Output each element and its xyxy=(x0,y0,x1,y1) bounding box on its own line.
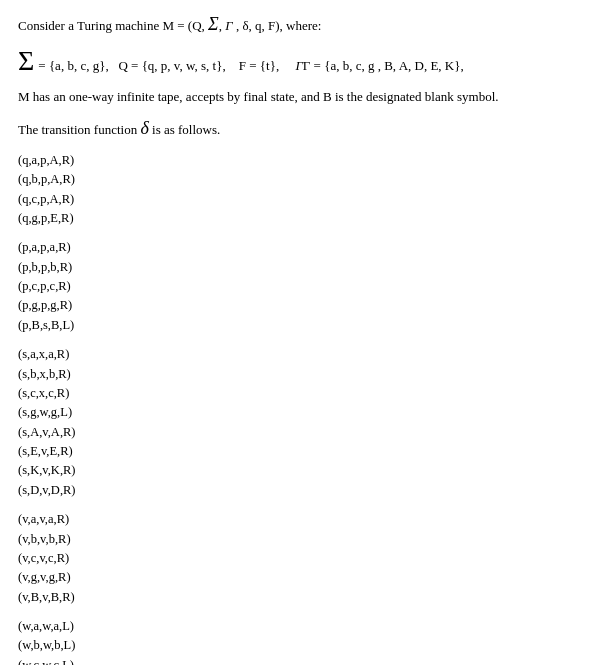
transition-item: (p,a,p,a,R) xyxy=(18,238,582,257)
Q-set: Q = {q, p, v, w, s, t}, xyxy=(118,58,225,73)
transition-item: (s,A,v,A,R) xyxy=(18,423,582,442)
transition-item: (s,c,x,c,R) xyxy=(18,384,582,403)
sigma-big-symbol: Σ xyxy=(18,47,34,75)
transition-item: (q,c,p,A,R) xyxy=(18,190,582,209)
transition-item: (q,g,p,E,R) xyxy=(18,209,582,228)
info-text: M has an one-way infinite tape, accepts … xyxy=(18,89,499,104)
page-content: Consider a Turing machine M = (Q, Σ, Γ ,… xyxy=(18,10,582,665)
sigma-equals: = {a, b, c, g}, xyxy=(38,58,108,73)
F-set: F = {t}, xyxy=(239,58,279,73)
transition-group-2: (s,a,x,a,R)(s,b,x,b,R)(s,c,x,c,R)(s,g,w,… xyxy=(18,345,582,500)
transition-item: (s,g,w,g,L) xyxy=(18,403,582,422)
transition-group-1: (p,a,p,a,R)(p,b,p,b,R)(p,c,p,c,R)(p,g,p,… xyxy=(18,238,582,335)
transition-item: (v,a,v,a,R) xyxy=(18,510,582,529)
transition-item: (s,D,v,D,R) xyxy=(18,481,582,500)
transition-item: (p,g,p,g,R) xyxy=(18,296,582,315)
transition-item: (w,b,w,b,L) xyxy=(18,636,582,655)
header-sigma: Σ xyxy=(208,14,219,34)
transition-group-0: (q,a,p,A,R)(q,b,p,A,R)(q,c,p,A,R)(q,g,p,… xyxy=(18,151,582,229)
transition-item: (v,g,v,g,R) xyxy=(18,568,582,587)
transition-header: The transition function δ is as follows. xyxy=(18,114,582,143)
sigma-line: Σ = {a, b, c, g}, Q = {q, p, v, w, s, t}… xyxy=(18,47,582,77)
info-line: M has an one-way infinite tape, accepts … xyxy=(18,87,582,108)
transition-item: (p,B,s,B,L) xyxy=(18,316,582,335)
header-gamma: Γ xyxy=(225,18,232,33)
transition-item: (v,c,v,c,R) xyxy=(18,549,582,568)
gamma-set: Γ = {a, b, c, g , B, A, D, E, K}, xyxy=(303,58,464,73)
header-line: Consider a Turing machine M = (Q, Σ, Γ ,… xyxy=(18,10,582,39)
sets-text: = {a, b, c, g}, Q = {q, p, v, w, s, t}, … xyxy=(38,54,463,77)
header-rest: , δ, q, F), where: xyxy=(233,18,322,33)
transition-item: (s,a,x,a,R) xyxy=(18,345,582,364)
transition-item: (v,B,v,B,R) xyxy=(18,588,582,607)
transition-group-4: (w,a,w,a,L)(w,b,w,b,L)(w,c,w,c,L)(w,g,w,… xyxy=(18,617,582,665)
transition-item: (p,b,p,b,R) xyxy=(18,258,582,277)
transition-item: (p,c,p,c,R) xyxy=(18,277,582,296)
transitions-container: (q,a,p,A,R)(q,b,p,A,R)(q,c,p,A,R)(q,g,p,… xyxy=(18,151,582,665)
transition-item: (v,b,v,b,R) xyxy=(18,530,582,549)
transition-item: (w,c,w,c,L) xyxy=(18,656,582,665)
transition-post-text: is as follows. xyxy=(149,122,221,137)
transition-item: (w,a,w,a,L) xyxy=(18,617,582,636)
transition-pre-text: The transition function xyxy=(18,122,140,137)
transition-item: (s,b,x,b,R) xyxy=(18,365,582,384)
transition-item: (s,E,v,E,R) xyxy=(18,442,582,461)
transition-item: (q,b,p,A,R) xyxy=(18,170,582,189)
transition-group-3: (v,a,v,a,R)(v,b,v,b,R)(v,c,v,c,R)(v,g,v,… xyxy=(18,510,582,607)
delta-symbol: δ xyxy=(140,118,148,138)
transition-item: (s,K,v,K,R) xyxy=(18,461,582,480)
header-text: Consider a Turing machine M = (Q, xyxy=(18,18,208,33)
transition-item: (q,a,p,A,R) xyxy=(18,151,582,170)
gamma-label: Γ xyxy=(295,58,302,73)
